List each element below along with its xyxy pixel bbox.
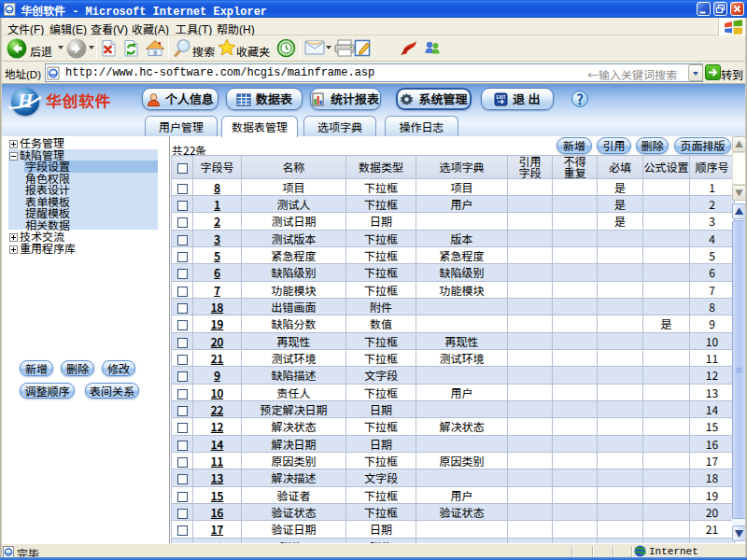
svg-text:EXIT: EXIT — [497, 94, 506, 100]
